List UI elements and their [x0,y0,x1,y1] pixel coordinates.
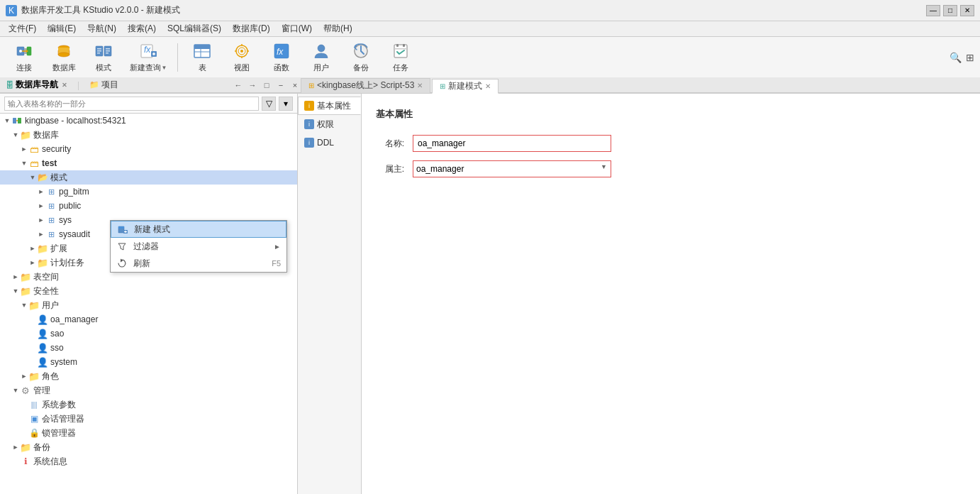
tab-sep-1: | [77,80,79,90]
form-select-owner[interactable]: oa_manager sao sso system [413,160,611,177]
filter-button[interactable]: ▽ [262,97,276,111]
back-button[interactable]: ← [233,79,244,91]
query-icon: fx [138,41,158,61]
tree-expand-pg-bitm[interactable]: ► [37,188,45,195]
panel-close-button[interactable]: × [289,79,301,91]
tree-item-system[interactable]: ► 👤 system [0,355,297,369]
tree-expand-test[interactable]: ▼ [20,160,28,167]
tree-expand-public[interactable]: ► [37,202,45,209]
tree-item-backup-node[interactable]: ► 📁 备份 [0,440,297,454]
toolbar-user-button[interactable]: 用户 [303,40,340,75]
new-query-arrow[interactable]: ▼ [162,65,167,71]
forward-button[interactable]: → [247,79,258,91]
context-menu-refresh[interactable]: 刷新 F5 [111,255,286,272]
tree-item-sso[interactable]: ► 👤 sso [0,341,297,355]
tree-expand-kingbase[interactable]: ▼ [3,117,11,124]
toolbar-schema-button[interactable]: 模式 [85,40,122,75]
menu-search[interactable]: 搜索(A) [122,21,162,36]
tree-expand-extensions[interactable]: ► [28,245,37,252]
form-input-name[interactable] [413,135,611,152]
panel-minimize-button[interactable]: − [275,79,286,91]
tree-item-security-node[interactable]: ▼ 📁 安全性 [0,284,297,298]
tree-expand-tablespace[interactable]: ► [11,273,20,280]
tree-expand-sys[interactable]: ► [37,216,45,224]
menu-help[interactable]: 帮助(H) [318,21,358,36]
tree-expand-management[interactable]: ▼ [11,387,20,394]
toolbar-database-button[interactable]: 数据库 [45,40,82,75]
tree-item-public[interactable]: ► ⊞ public [0,199,297,213]
tree-item-security[interactable]: ► 🗃 security [0,142,297,156]
main-layout: ▽ ▾ ▼ kingbase - localhost:54321 ▼ 📁 数据库… [0,94,980,494]
side-tab-ddl[interactable]: i DDL [298,133,361,152]
lock-mgr-icon: 🔒 [28,427,40,439]
filter-options-button[interactable]: ▾ [279,97,293,111]
side-tab-perms[interactable]: i 权限 [298,115,361,133]
tree-label-security: security [42,144,71,154]
tab-new-schema-label: 新建模式 [448,80,482,92]
toolbar-new-query-button[interactable]: fx 新建查询 ▼ [125,40,172,75]
svg-text:fx: fx [277,47,284,57]
context-menu-filter[interactable]: 过滤器 ► [111,238,286,255]
context-menu-new-schema[interactable]: 新建 模式 [111,221,286,238]
toolbar-view-button[interactable]: 视图 [223,40,260,75]
tree-item-session-mgr[interactable]: ► ▣ 会话管理器 [0,412,297,426]
tree-item-schemas[interactable]: ▼ 📂 模式 [0,170,297,185]
tree-item-users-folder[interactable]: ▼ 📁 用户 [0,298,297,312]
tree-expand-roles[interactable]: ► [20,373,28,380]
backup-icon [351,41,371,61]
tree-expand-users-folder[interactable]: ▼ [20,302,28,309]
tree-item-kingbase[interactable]: ▼ kingbase - localhost:54321 [0,114,297,128]
tab-new-schema-close[interactable]: ✕ [485,82,491,90]
tree-expand-security[interactable]: ► [20,146,28,153]
menu-file[interactable]: 文件(F) [3,21,42,36]
side-tab-perms-label: 权限 [317,119,334,131]
tree-item-lock-mgr[interactable]: ► 🔒 锁管理器 [0,426,297,440]
side-tab-ddl-label: DDL [317,138,334,148]
toolbar-backup-button[interactable]: 备份 [343,40,379,75]
tab-db-nav-close[interactable]: ✕ [62,82,67,89]
close-button[interactable]: ✕ [960,5,974,16]
toolbar-connect-button[interactable]: 连接 [6,40,43,75]
tab-script-53[interactable]: ⊞ <kingbase线上> Script-53 ✕ [301,78,430,93]
tree-item-sao[interactable]: ► 👤 sao [0,326,297,341]
tree-expand-sysaudit[interactable]: ► [37,231,45,238]
tree-item-databases[interactable]: ▼ 📁 数据库 [0,128,297,142]
roles-icon: 📁 [28,370,40,382]
tree-item-management[interactable]: ▼ ⚙ 管理 [0,383,297,397]
sao-icon: 👤 [37,328,48,339]
new-window-button[interactable]: □ [261,79,272,91]
tree-label-kingbase: kingbase - localhost:54321 [25,116,126,126]
svg-point-3 [19,50,22,53]
menu-nav[interactable]: 导航(N) [82,21,122,36]
tab-new-schema[interactable]: ⊞ 新建模式 ✕ [432,79,499,94]
tree-item-oa-manager[interactable]: ► 👤 oa_manager [0,312,297,326]
toolbar-new-query-label: 新建查询 [130,62,161,73]
maximize-button[interactable]: □ [943,5,957,16]
tree-label-sso: sso [50,343,64,353]
tree-expand-databases[interactable]: ▼ [11,131,20,138]
tree-expand-schemas[interactable]: ▼ [28,174,37,181]
side-tab-basic[interactable]: i 基本属性 [298,97,361,115]
toolbar-table-button[interactable]: 表 [184,40,221,75]
tab-script-53-close[interactable]: ✕ [417,82,423,89]
tree-item-sys-params[interactable]: ► ||| 系统参数 [0,397,297,412]
menu-sql-editor[interactable]: SQL编辑器(S) [162,21,227,36]
tree-label-management: 管理 [33,385,50,397]
menu-database[interactable]: 数据库(D) [227,21,276,36]
minimize-button[interactable]: — [926,5,940,16]
tree-expand-security-node[interactable]: ▼ [11,287,20,295]
tree-search-input[interactable] [4,97,259,111]
tree-item-test[interactable]: ▼ 🗃 test [0,156,297,170]
menu-window[interactable]: 窗口(W) [276,21,318,36]
tree-expand-backup-node[interactable]: ► [11,444,20,451]
menu-edit[interactable]: 编辑(E) [42,21,82,36]
tree-item-pg-bitm[interactable]: ► ⊞ pg_bitm [0,185,297,199]
tree-expand-tasks[interactable]: ► [28,259,37,266]
tab-project[interactable]: 📁 项目 [87,77,121,92]
session-mgr-icon: ▣ [28,413,40,424]
tree-item-roles[interactable]: ► 📁 角色 [0,369,297,383]
toolbar-function-button[interactable]: fx 函数 [263,40,300,75]
tree-item-sysinfo[interactable]: ► ℹ 系统信息 [0,454,297,468]
toolbar-task-button[interactable]: 任务 [382,40,419,75]
tab-db-nav[interactable]: 🗄 数据库导航 ✕ [3,77,70,92]
